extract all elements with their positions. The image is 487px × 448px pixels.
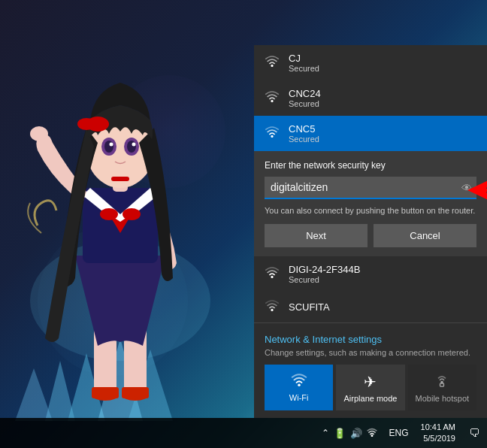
svg-point-23: [132, 143, 136, 147]
svg-point-20: [104, 141, 113, 153]
svg-point-28: [271, 99, 273, 101]
bottom-actions: Network & Internet settings Change setti…: [254, 322, 487, 418]
quick-action-tiles: Wi-Fi ✈ Airplane mode Mobile hotspot: [265, 365, 476, 410]
notification-center-icon[interactable]: 🗨: [464, 427, 484, 439]
svg-point-14: [123, 208, 141, 220]
network-name-cj: CJ: [289, 53, 319, 64]
wifi-tile[interactable]: Wi-Fi: [265, 365, 333, 410]
network-item-scufita[interactable]: SCUFITA: [254, 292, 487, 322]
svg-point-21: [127, 141, 136, 153]
network-name-scufita: SCUFITA: [289, 301, 330, 313]
next-button[interactable]: Next: [265, 224, 368, 247]
network-icon[interactable]: [367, 428, 377, 439]
taskbar-right: ⌃ 🔋 🔊 ENG 10:41 AM 5/5/2019 🗨: [316, 418, 488, 448]
wifi-signal-icon-cnc24: [265, 90, 280, 106]
svg-point-27: [271, 64, 273, 66]
password-input[interactable]: [265, 177, 476, 199]
svg-marker-5: [15, 368, 53, 421]
mobile-hotspot-tile[interactable]: Mobile hotspot: [408, 365, 476, 410]
password-buttons: Next Cancel: [265, 224, 476, 247]
svg-point-29: [271, 135, 273, 137]
password-section: Enter the network security key 👁 You can…: [254, 151, 487, 256]
volume-icon[interactable]: 🔊: [350, 428, 362, 439]
taskbar: ⌃ 🔋 🔊 ENG 10:41 AM 5/5/2019 🗨: [0, 418, 487, 448]
svg-point-33: [298, 383, 301, 386]
svg-point-31: [271, 276, 273, 278]
wifi-panel: CJ Secured CNC24 Secured: [254, 45, 487, 418]
svg-point-26: [77, 118, 95, 130]
wifi-signal-icon-scufita: [265, 299, 280, 315]
wifi-signal-icon-cj: [265, 55, 280, 71]
network-settings-desc: Change settings, such as making a connec…: [265, 348, 476, 357]
wifi-signal-icon-digi: [265, 266, 280, 282]
network-name-cnc24: CNC24: [289, 88, 321, 99]
red-arrow-indicator: [467, 180, 487, 204]
mobile-hotspot-icon: [434, 372, 449, 391]
network-item-cnc24[interactable]: CNC24 Secured: [254, 80, 487, 116]
battery-icon: 🔋: [334, 428, 346, 439]
mobile-hotspot-label: Mobile hotspot: [416, 394, 470, 403]
network-item-cnc5[interactable]: CNC5 Secured: [254, 116, 487, 151]
network-item-cj[interactable]: CJ Secured: [254, 45, 487, 80]
password-input-row: 👁: [265, 177, 476, 199]
network-status-digi: Secured: [289, 275, 360, 284]
network-status-cnc24: Secured: [289, 99, 321, 108]
taskbar-clock[interactable]: 10:41 AM 5/5/2019: [415, 422, 461, 445]
language-indicator[interactable]: ENG: [386, 428, 412, 438]
airplane-tile[interactable]: ✈ Airplane mode: [336, 365, 404, 410]
password-hint: You can also connect by pushing the butt…: [265, 205, 476, 216]
svg-point-13: [100, 208, 118, 220]
svg-point-32: [271, 309, 273, 311]
svg-rect-11: [122, 387, 149, 398]
airplane-tile-icon: ✈: [364, 373, 377, 391]
anime-character: [0, 0, 240, 421]
password-input-wrapper: 👁: [265, 177, 476, 199]
network-status-cnc5: Secured: [289, 135, 319, 144]
airplane-tile-label: Airplane mode: [344, 394, 398, 403]
svg-point-15: [30, 126, 48, 141]
taskbar-date-display: 5/5/2019: [423, 433, 455, 444]
chevron-up-icon[interactable]: ⌃: [322, 428, 329, 438]
svg-rect-9: [92, 387, 119, 398]
wifi-tile-label: Wi-Fi: [289, 393, 309, 402]
password-label: Enter the network security key: [265, 160, 476, 171]
svg-point-22: [110, 143, 113, 147]
taskbar-time-display: 10:41 AM: [421, 422, 455, 433]
network-name-cnc5: CNC5: [289, 123, 319, 135]
svg-rect-35: [440, 383, 444, 386]
taskbar-system-icons: ⌃ 🔋 🔊: [316, 428, 383, 439]
wifi-signal-icon-cnc5: [265, 126, 280, 141]
network-settings-link[interactable]: Network & Internet settings: [265, 334, 476, 345]
network-name-digi: DIGI-24-2F344B: [289, 264, 360, 275]
cancel-button[interactable]: Cancel: [374, 224, 476, 247]
svg-rect-24: [111, 177, 129, 181]
svg-marker-30: [467, 180, 487, 201]
network-list: CJ Secured CNC24 Secured: [254, 45, 487, 322]
wifi-tile-icon: [291, 373, 307, 390]
network-item-digi[interactable]: DIGI-24-2F344B Secured: [254, 256, 487, 292]
network-status-cj: Secured: [289, 64, 319, 73]
svg-point-36: [371, 434, 373, 437]
